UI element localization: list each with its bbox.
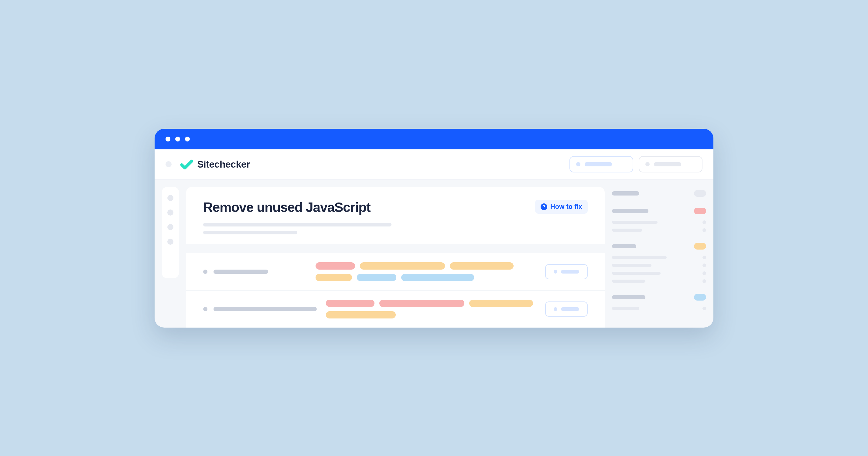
count-badge bbox=[694, 243, 706, 250]
side-item[interactable] bbox=[612, 220, 706, 224]
how-to-fix-button[interactable]: ? How to fix bbox=[535, 200, 588, 214]
description-placeholder bbox=[203, 223, 588, 234]
status-dot-icon bbox=[203, 307, 208, 311]
logo-checkmark-icon bbox=[180, 158, 193, 171]
side-item[interactable] bbox=[612, 306, 706, 310]
logo[interactable]: Sitechecker bbox=[180, 158, 250, 171]
content: Remove unused JavaScript ? How to fix bbox=[186, 187, 605, 328]
url-placeholder bbox=[214, 270, 268, 274]
sidenav bbox=[162, 187, 179, 278]
app-window: Sitechecker Remove unused JavaScript ? H bbox=[155, 129, 713, 328]
row-action-button[interactable] bbox=[545, 264, 588, 279]
sidenav-item[interactable] bbox=[167, 224, 174, 230]
window-control-minimize[interactable] bbox=[175, 137, 180, 141]
top-actions bbox=[569, 156, 703, 172]
header-action-secondary[interactable] bbox=[639, 156, 703, 172]
side-panel bbox=[612, 187, 706, 328]
side-group bbox=[612, 243, 706, 283]
side-group bbox=[612, 208, 706, 232]
status-dot-icon bbox=[203, 270, 208, 274]
count-badge bbox=[694, 294, 706, 300]
tags bbox=[315, 262, 536, 281]
help-icon: ? bbox=[540, 203, 547, 210]
sidenav-item[interactable] bbox=[167, 195, 174, 201]
sidenav-item[interactable] bbox=[167, 209, 174, 216]
brand-name: Sitechecker bbox=[197, 159, 250, 170]
page-title: Remove unused JavaScript bbox=[203, 200, 371, 215]
sidenav-item[interactable] bbox=[167, 239, 174, 245]
body: Remove unused JavaScript ? How to fix bbox=[155, 180, 713, 328]
side-group bbox=[612, 294, 706, 310]
window-control-maximize[interactable] bbox=[185, 137, 190, 141]
side-item[interactable] bbox=[612, 263, 706, 267]
header-action-primary[interactable] bbox=[569, 156, 633, 172]
window-control-close[interactable] bbox=[165, 137, 170, 141]
main: Remove unused JavaScript ? How to fix bbox=[186, 187, 713, 328]
side-item[interactable] bbox=[612, 279, 706, 283]
side-item[interactable] bbox=[612, 228, 706, 232]
side-item[interactable] bbox=[612, 256, 706, 259]
result-row bbox=[186, 253, 605, 291]
side-item[interactable] bbox=[612, 271, 706, 275]
menu-toggle[interactable] bbox=[165, 161, 172, 167]
how-to-fix-label: How to fix bbox=[550, 203, 582, 211]
row-action-button[interactable] bbox=[545, 301, 588, 317]
side-group bbox=[612, 190, 706, 197]
result-row bbox=[186, 291, 605, 328]
window-titlebar bbox=[155, 129, 713, 150]
topbar: Sitechecker bbox=[155, 150, 713, 180]
tags bbox=[326, 300, 536, 319]
url-placeholder bbox=[214, 307, 317, 311]
count-badge bbox=[694, 208, 706, 214]
count-badge bbox=[694, 190, 706, 197]
page-header-card: Remove unused JavaScript ? How to fix bbox=[186, 187, 605, 244]
